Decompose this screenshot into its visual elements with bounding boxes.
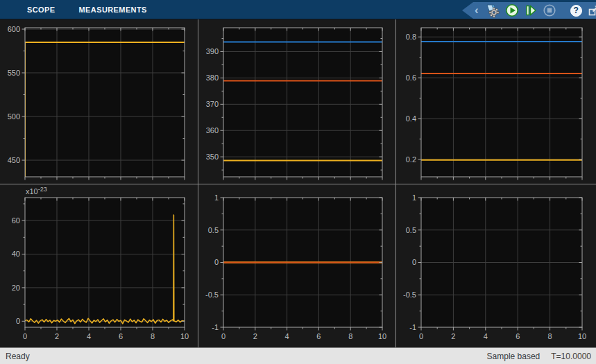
y-tick-label: -0.5 [403,291,416,299]
display-4-plot[interactable]: 02040600246810x10-23 [0,184,198,347]
x-tick-label: 2 [253,332,257,340]
display-2-plot[interactable]: 350360370380390 [198,19,396,184]
y-tick-label: 0.4 [406,114,416,123]
step-forward-icon [524,3,538,17]
simulation-time-label: T=10.0000 [551,352,591,361]
toolstrip-tabs: SCOPE MEASUREMENTS [0,0,159,19]
help-button[interactable]: ? [570,3,582,18]
x-tick-label: 10 [578,332,586,340]
display-3-plot[interactable]: 0.20.40.60.8 [396,19,596,184]
y-tick-label: 370 [206,100,219,108]
y-tick-label: -1 [409,323,416,331]
y-tick-label: -1 [212,323,219,331]
run-play-icon [505,3,519,17]
y-tick-label: 0.5 [406,226,416,234]
y-tick-label: 0.8 [406,33,416,41]
tab-measurements[interactable]: MEASUREMENTS [67,0,159,19]
x-tick-label: 8 [348,332,352,340]
display-grid: 4505005506003503603703803900.20.40.60.80… [0,19,596,347]
x-tick-label: 0 [221,332,225,340]
run-button[interactable] [505,3,519,18]
y-tick-label: 0.5 [208,226,219,234]
y-tick-label: 550 [8,69,20,77]
stop-icon [543,3,556,17]
scope-window: SCOPE MEASUREMENTS ‹ [0,0,596,364]
collapse-toolstrip-icon[interactable]: ‹ [475,3,479,17]
y-tick-label: 380 [206,73,219,82]
quick-access-banner: ‹ [462,2,596,19]
x-tick-label: 2 [55,332,59,340]
x-tick-label: 4 [285,332,289,340]
display-6-plot[interactable]: -1-0.500.510246810 [396,184,596,347]
y-tick-label: 360 [206,126,219,135]
y-tick-label: 500 [8,112,20,121]
display-1-plot[interactable]: 450500550600 [0,19,198,184]
x-tick-label: 4 [484,332,488,340]
x-tick-label: 0 [23,332,27,340]
y-tick-label: -0.5 [205,291,219,299]
y-tick-label: 1 [214,193,219,202]
y-tick-label: 0.6 [406,73,416,82]
x-tick-label: 8 [548,332,552,340]
status-bar: Ready Sample based T=10.0000 [0,347,596,364]
y-tick-label: 390 [206,47,219,55]
y-tick-label: 0 [214,258,219,266]
x-tick-label: 10 [180,332,189,340]
y-tick-label: 350 [206,153,219,161]
x-tick-label: 6 [316,332,321,340]
y-tick-label: 20 [12,284,20,292]
simulation-settings-button[interactable] [485,3,500,18]
x-tick-label: 10 [378,332,386,340]
popout-arrow-icon [587,3,596,17]
x-tick-label: 6 [516,332,520,340]
toolstrip: SCOPE MEASUREMENTS ‹ [0,0,596,19]
gear-flag-icon [485,3,500,18]
tab-scope[interactable]: SCOPE [15,0,67,19]
x-tick-label: 6 [119,332,123,340]
axis-exponent-label: x10-23 [26,186,47,196]
x-tick-label: 8 [151,332,155,340]
step-forward-button[interactable] [524,3,538,18]
x-tick-label: 0 [419,332,423,340]
sample-mode-label: Sample based [487,352,540,361]
x-tick-label: 4 [87,332,91,340]
status-text: Ready [6,352,487,361]
y-tick-label: 600 [8,25,20,33]
y-tick-label: 1 [412,193,416,202]
y-tick-label: 0 [16,317,20,325]
popout-button[interactable] [587,3,596,18]
y-tick-label: 60 [12,216,20,225]
x-tick-label: 2 [451,332,455,340]
y-tick-label: 40 [12,250,20,258]
y-tick-label: 0 [412,258,416,266]
help-icon: ? [570,5,582,17]
stop-button[interactable] [543,3,556,18]
y-tick-label: 450 [8,156,20,164]
display-5-plot[interactable]: -1-0.500.510246810 [198,184,396,347]
y-tick-label: 0.2 [406,155,416,164]
